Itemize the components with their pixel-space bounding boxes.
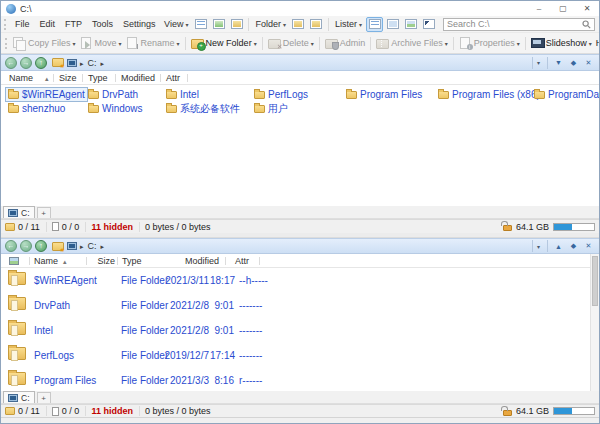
file-item[interactable]: Program Files (344, 88, 424, 101)
folder-view1-button[interactable] (290, 17, 307, 32)
address-dropdown-button[interactable] (532, 57, 544, 69)
disk-usage-fill (554, 224, 572, 230)
file-row[interactable]: DrvPathFile Folder2021/2/89:01------- (1, 293, 599, 318)
move-button[interactable]: Move (78, 36, 124, 50)
address-dropdown-button[interactable] (532, 240, 544, 252)
new-folder-button[interactable]: New Folder (189, 36, 259, 50)
copy-files-button[interactable]: Copy Files (11, 36, 78, 50)
panel-menu-button[interactable] (552, 240, 565, 252)
breadcrumb-drive[interactable]: C: (87, 58, 98, 68)
computer-icon[interactable] (67, 59, 77, 67)
tab-c-drive[interactable]: C: (3, 206, 35, 218)
folder-icon (8, 297, 26, 310)
icon-column-header-icon[interactable] (9, 257, 19, 265)
toolbar-grip[interactable] (5, 38, 8, 49)
file-item[interactable]: 系统必备软件 (164, 102, 242, 115)
up-button[interactable]: ↑ (35, 57, 47, 69)
file-item[interactable]: ProgramData (532, 88, 600, 101)
scrollbar-thumb[interactable] (592, 256, 598, 306)
forward-button[interactable]: → (20, 57, 32, 69)
panel-menu-button[interactable] (552, 57, 565, 69)
lister-split-horizontal-button[interactable] (402, 17, 419, 32)
rename-button[interactable]: Rename (124, 36, 182, 50)
forward-button[interactable]: → (20, 240, 32, 252)
breadcrumb-arrow-icon[interactable] (80, 241, 84, 251)
favorites-icon[interactable] (52, 58, 64, 67)
archive-files-button[interactable]: Archive Files (374, 36, 450, 50)
toolbar-grip[interactable] (4, 19, 7, 30)
lister-free-button[interactable] (420, 17, 437, 32)
menu-ftp[interactable]: FTP (60, 19, 87, 29)
file-item[interactable]: DrvPath (86, 88, 140, 101)
delete-button[interactable]: Delete (266, 36, 316, 50)
panel-maximize-button[interactable] (567, 240, 580, 252)
file-item[interactable]: Program Files (x86) (436, 88, 542, 101)
new-tab-button[interactable]: + (37, 392, 51, 403)
panel-close-button[interactable] (582, 240, 595, 252)
new-tab-button[interactable]: + (37, 207, 51, 218)
search-input[interactable] (447, 19, 579, 30)
column-header-type[interactable]: Type (88, 73, 108, 83)
app-icon (6, 4, 16, 14)
file-item[interactable]: 用户 (252, 102, 290, 115)
properties-button[interactable]: Properties (457, 36, 522, 50)
lister-single-button[interactable] (366, 17, 383, 32)
back-button[interactable]: ← (5, 240, 17, 252)
column-header-type[interactable]: Type (122, 256, 142, 266)
column-header-attr[interactable]: Attr (166, 73, 180, 83)
menu-settings[interactable]: Settings (118, 19, 161, 29)
file-row[interactable]: Program FilesFile Folder2021/3/38:16r---… (1, 368, 599, 391)
file-row[interactable]: PerfLogsFile Folder2019/12/717:14------- (1, 343, 599, 368)
file-row[interactable]: IntelFile Folder2021/2/89:01------- (1, 318, 599, 343)
copy-files-label: Copy Files (28, 38, 71, 48)
file-item[interactable]: $WinREAgent (6, 88, 87, 101)
unlock-icon (503, 410, 512, 416)
chevron-down-icon (589, 38, 592, 48)
panel-close-button[interactable] (582, 57, 595, 69)
folder-count-value: 0 / 11 (18, 222, 40, 232)
file-item[interactable]: shenzhuo (6, 102, 67, 115)
column-header-name[interactable]: Name (34, 256, 58, 266)
search-icon[interactable] (582, 20, 591, 29)
file-row[interactable]: $WinREAgentFile Folder2021/3/1118:17--h-… (1, 268, 599, 293)
view-thumbnails-button[interactable] (228, 17, 245, 32)
folder-view2-button[interactable] (308, 17, 325, 32)
tab-c-drive[interactable]: C: (3, 391, 35, 403)
properties-label: Properties (474, 38, 515, 48)
lister-menu-button[interactable]: Lister (332, 19, 365, 29)
breadcrumb-drive[interactable]: C: (87, 241, 98, 251)
folder-menu-button[interactable]: Folder (252, 19, 289, 29)
help-button[interactable]: Help ? (594, 37, 599, 50)
file-item[interactable]: PerfLogs (252, 88, 310, 101)
breadcrumb-arrow-icon[interactable] (101, 241, 105, 251)
column-header-size[interactable]: Size (91, 256, 115, 266)
column-header-size[interactable]: Size (59, 73, 77, 83)
view-details-button[interactable] (192, 17, 209, 32)
menu-file[interactable]: File (10, 19, 35, 29)
menu-edit[interactable]: Edit (35, 19, 61, 29)
disk-usage: 64.1 GB (503, 222, 595, 232)
close-button[interactable]: ✕ (575, 1, 599, 16)
maximize-button[interactable]: ▢ (551, 1, 575, 16)
breadcrumb-arrow-icon[interactable] (80, 58, 84, 68)
menu-tools[interactable]: Tools (87, 19, 118, 29)
breadcrumb-arrow-icon[interactable] (101, 58, 105, 68)
up-button[interactable]: ↑ (35, 240, 47, 252)
file-item[interactable]: Intel (164, 88, 201, 101)
computer-icon[interactable] (67, 242, 77, 250)
column-header-attr[interactable]: Attr (235, 256, 249, 266)
view-list-button[interactable] (210, 17, 227, 32)
favorites-icon[interactable] (52, 242, 64, 251)
back-button[interactable]: ← (5, 57, 17, 69)
lister-split-vertical-button[interactable] (384, 17, 401, 32)
slideshow-button[interactable]: Slideshow (529, 36, 594, 50)
vertical-scrollbar[interactable] (590, 254, 599, 391)
minimize-button[interactable]: – (527, 1, 551, 16)
column-header-modified[interactable]: Modified (157, 256, 219, 266)
file-item[interactable]: Windows (86, 102, 145, 115)
view-menu-button[interactable]: View (161, 19, 191, 29)
column-header-modified[interactable]: Modified (121, 73, 155, 83)
panel-maximize-button[interactable] (567, 57, 580, 69)
admin-button[interactable]: Admin (323, 36, 368, 50)
column-header-name[interactable]: Name (9, 73, 33, 83)
